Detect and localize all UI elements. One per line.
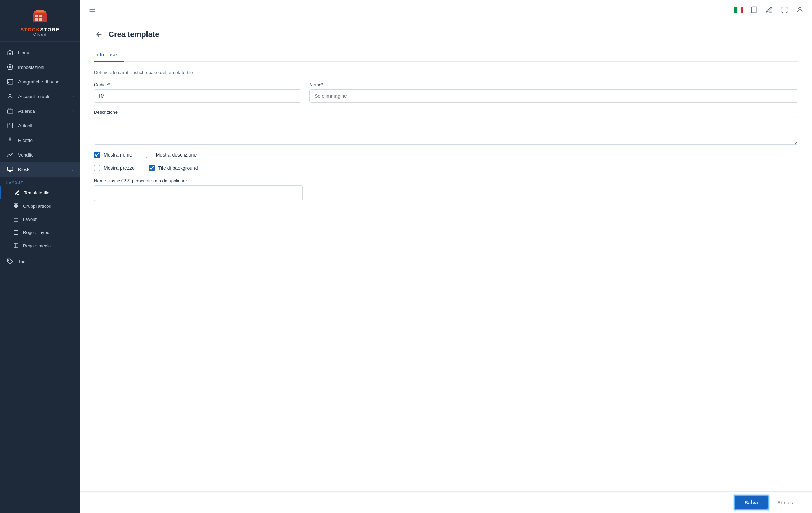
- mostra-descrizione-group: Mostra descrizione: [146, 152, 197, 158]
- svg-rect-3: [35, 18, 38, 21]
- form-subtitle: Definisci le caratteristiche base del te…: [94, 70, 798, 75]
- svg-rect-26: [14, 231, 18, 235]
- arrow-icon: ›: [72, 94, 74, 98]
- back-button[interactable]: [94, 29, 104, 40]
- flag-green: [734, 7, 737, 13]
- language-flag[interactable]: [733, 5, 744, 15]
- descrizione-input[interactable]: [94, 117, 798, 145]
- sidebar-item-articoli[interactable]: Articoli: [0, 118, 80, 133]
- tile-background-label[interactable]: Tile di background: [158, 165, 198, 171]
- svg-rect-21: [14, 206, 16, 208]
- css-label: Nome classe CSS personalizzata da applic…: [94, 178, 798, 183]
- vendite-icon: [6, 151, 14, 159]
- nome-group: Nome*: [309, 82, 798, 103]
- descrizione-label: Descrizione: [94, 110, 798, 115]
- svg-rect-6: [36, 10, 44, 12]
- user-button[interactable]: [795, 5, 805, 15]
- settings-icon: [6, 63, 14, 71]
- mostra-nome-checkbox[interactable]: [94, 152, 100, 158]
- tag-icon: [6, 258, 14, 265]
- mostra-nome-label[interactable]: Mostra nome: [104, 152, 132, 158]
- codice-group: Codice*: [94, 82, 301, 103]
- flag-white: [737, 7, 740, 13]
- codice-input[interactable]: [94, 89, 301, 103]
- svg-rect-2: [39, 15, 42, 17]
- sidebar-item-home[interactable]: Home: [0, 45, 80, 60]
- regole-layout-icon: [13, 229, 19, 236]
- sidebar-item-anagrafiche[interactable]: Anagrafiche di base ›: [0, 74, 80, 89]
- svg-rect-4: [39, 18, 42, 21]
- svg-point-7: [9, 66, 11, 68]
- nome-input[interactable]: [309, 89, 798, 103]
- gruppi-icon: [13, 202, 19, 209]
- regole-media-icon: [13, 242, 19, 249]
- mostra-descrizione-label[interactable]: Mostra descrizione: [156, 152, 197, 158]
- page-title: Crea template: [109, 30, 159, 39]
- arrow-icon: ›: [72, 80, 74, 84]
- svg-rect-18: [8, 167, 13, 171]
- page-header: Crea template: [94, 29, 798, 40]
- expand-button[interactable]: [779, 5, 790, 15]
- ricette-icon: [6, 136, 14, 144]
- layout-section-label: LAYOUT: [0, 177, 80, 186]
- sidebar-item-layout[interactable]: Layout: [0, 213, 80, 226]
- tile-background-group: Tile di background: [149, 165, 198, 171]
- sidebar-item-template-tile[interactable]: Template tile: [0, 186, 80, 199]
- cancel-button[interactable]: Annulla: [774, 496, 798, 509]
- sidebar-item-kiosk[interactable]: Kiosk ⌄: [0, 162, 80, 177]
- sidebar-item-gruppi[interactable]: Gruppi articoli: [0, 199, 80, 213]
- template-icon: [14, 189, 21, 196]
- sidebar-item-ricette[interactable]: Ricette: [0, 133, 80, 147]
- save-button[interactable]: Salva: [734, 495, 769, 510]
- articles-icon: [6, 122, 14, 129]
- sidebar-item-vendite[interactable]: Vendite ›: [0, 147, 80, 162]
- codice-label: Codice*: [94, 82, 301, 87]
- main-content: Crea template Info base Definisci le car…: [80, 0, 812, 513]
- sidebar-item-tag[interactable]: Tag: [0, 254, 80, 269]
- topbar-left: [87, 5, 97, 15]
- logo-area: STOCK STORE Cloud: [0, 0, 80, 42]
- account-icon: [6, 93, 14, 100]
- logo-text: STOCK STORE: [20, 26, 60, 32]
- svg-point-28: [8, 260, 9, 260]
- sidebar-item-regole-media[interactable]: Regole media: [0, 239, 80, 252]
- sidebar-item-impostazioni[interactable]: Impostazioni: [0, 60, 80, 74]
- mostra-descrizione-checkbox[interactable]: [146, 152, 152, 158]
- svg-rect-19: [14, 204, 16, 206]
- svg-rect-27: [14, 243, 18, 248]
- edit-icon-btn[interactable]: [764, 5, 774, 15]
- mostra-prezzo-group: Mostra prezzo: [94, 165, 135, 171]
- svg-point-32: [799, 7, 801, 10]
- sidebar: STOCK STORE Cloud Home Impostazioni Anag…: [0, 0, 80, 513]
- tab-bar: Info base: [94, 48, 798, 62]
- sidebar-item-regole-layout[interactable]: Regole layout: [0, 226, 80, 239]
- descrizione-group: Descrizione: [94, 110, 798, 145]
- mostra-prezzo-checkbox[interactable]: [94, 165, 100, 171]
- kiosk-arrow-icon: ⌄: [71, 167, 74, 172]
- arrow-icon: ›: [72, 153, 74, 157]
- css-group: Nome classe CSS personalizzata da applic…: [94, 178, 798, 201]
- home-icon: [6, 49, 14, 56]
- kiosk-icon: [6, 166, 14, 173]
- svg-rect-14: [8, 123, 13, 128]
- sidebar-item-account[interactable]: Account e ruoli ›: [0, 89, 80, 104]
- checkbox-row-1: Mostra nome Mostra descrizione: [94, 152, 798, 158]
- svg-rect-22: [16, 206, 18, 208]
- sidebar-item-azienda[interactable]: Azienda ›: [0, 104, 80, 118]
- svg-rect-8: [8, 79, 13, 84]
- codice-nome-row: Codice* Nome*: [94, 82, 798, 103]
- mostra-prezzo-label[interactable]: Mostra prezzo: [104, 165, 135, 171]
- azienda-icon: [6, 107, 14, 115]
- flag-red: [741, 7, 743, 13]
- tile-background-checkbox[interactable]: [149, 165, 155, 171]
- book-button[interactable]: [749, 5, 759, 15]
- bottom-bar: Salva Annulla: [80, 491, 812, 513]
- css-input[interactable]: [94, 185, 303, 201]
- svg-point-12: [9, 94, 11, 96]
- tab-info-base[interactable]: Info base: [94, 48, 124, 62]
- menu-button[interactable]: [87, 5, 97, 15]
- content-area: Crea template Info base Definisci le car…: [80, 19, 812, 513]
- layout-icon: [13, 216, 19, 223]
- sidebar-nav: Home Impostazioni Anagrafiche di base › …: [0, 42, 80, 513]
- svg-rect-1: [35, 15, 38, 17]
